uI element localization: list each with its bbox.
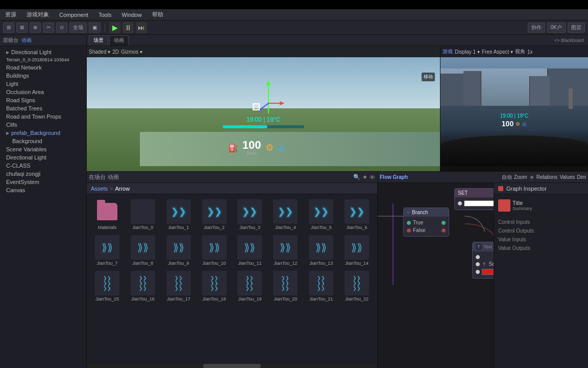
asset-eye-icon[interactable]: 👁 (370, 174, 375, 180)
stop-button[interactable]: ⏭ (136, 22, 147, 33)
tab-anim[interactable]: 动画 (109, 35, 129, 45)
gizmos-btn[interactable]: Gizmos ▾ (121, 49, 142, 55)
tool-fullscene[interactable]: 全场 (69, 22, 87, 33)
asset-tab-scene[interactable]: 在场台 (89, 173, 106, 181)
menu-tools[interactable]: Tools (96, 11, 114, 19)
asset-star-icon[interactable]: ★ (362, 174, 368, 180)
asset-item-materials[interactable]: Materials (91, 198, 124, 231)
hierarchy-item[interactable]: chufaqi zongji (0, 170, 86, 178)
tool-center[interactable]: ⊙ (56, 22, 67, 33)
asset-item-jiantou7[interactable]: ⟫⟫ JianTou_7 (91, 234, 124, 267)
flow-zoom-label[interactable]: Zoom (514, 174, 527, 180)
hierarchy-item[interactable]: ▶ Directional Light (0, 48, 86, 56)
hierarchy-item-background[interactable]: Background (0, 137, 86, 145)
hierarchy-item[interactable]: Buildings (0, 72, 86, 80)
tab-scene[interactable]: 场景 (89, 35, 108, 45)
hierarchy-item[interactable]: Clifs (0, 121, 86, 129)
menu-gameobject[interactable]: 游戏对象 (24, 10, 51, 19)
arrow-icon-sm: ❯❯ (281, 276, 289, 281)
pause-button[interactable]: ⏸ (122, 22, 134, 33)
asset-item-jiantou12[interactable]: ⟫⟫ JianTou_12 (269, 234, 302, 267)
asset-item-jiantou6[interactable]: ❯❯ JianTou_6 (340, 198, 373, 231)
asset-item-jiantou9[interactable]: ⟫⟫ JianTou_9 (162, 234, 195, 267)
asset-item-jiantou3[interactable]: ❯❯ JianTou_3 (234, 198, 266, 231)
gizmo-handles (253, 78, 284, 120)
tool-scale[interactable]: ✂ (43, 22, 54, 33)
asset-item-jiantou15[interactable]: ❯❯ ❯❯ ❯❯ JianTou_15 (91, 270, 124, 303)
flow-canvas[interactable]: SET ✎ (378, 183, 494, 368)
menu-resources[interactable]: 资源 (3, 10, 18, 19)
hierarchy-item-prefab-bg[interactable]: ▶ prefab_Background (0, 129, 86, 137)
collab-button[interactable]: 协作 (528, 22, 545, 33)
asset-item-jiantou13[interactable]: ⟫⟫ JianTou_13 (305, 234, 337, 267)
hierarchy-item[interactable]: Directional Light (0, 153, 86, 162)
breadcrumb-root[interactable]: Assets (91, 186, 108, 192)
asset-item-jiantou22[interactable]: ❯❯ ❯❯ ❯❯ JianTou_22 (340, 270, 373, 303)
display-select[interactable]: Display 1 ▾ (455, 49, 480, 55)
asset-item-jiantou19[interactable]: ❯❯ ❯❯ ❯❯ JianTou_19 (234, 270, 266, 303)
asset-item-jiantou4[interactable]: ❯❯ JianTou_4 (269, 198, 302, 231)
arrow-icon-md: ⟫⟫ (209, 241, 220, 254)
arrow-icon-sm: ❯❯ (246, 276, 254, 281)
hierarchy-item[interactable]: Batched Trees (0, 104, 86, 112)
asset-item-jiantou21[interactable]: ❯❯ ❯❯ ❯❯ JianTou_21 (305, 270, 337, 303)
asset-scrollbar[interactable] (87, 364, 377, 368)
flow-area: Flow Graph 自动 Zoom Relations Values Dim (378, 172, 588, 368)
hierarchy-item[interactable]: Canvas (0, 186, 86, 194)
viewport-area: Shaded ▾ 2D Gizmos ▾ (87, 46, 588, 171)
port-self-label: Self (489, 261, 494, 267)
asset-item-jiantou11[interactable]: ⟫⟫ JianTou_11 (234, 234, 266, 267)
hierarchy-item-occlusion[interactable]: Occlusion Area (0, 88, 86, 96)
asset-tab-anim[interactable]: 动画 (108, 173, 119, 181)
hierarchy-item[interactable]: Road Network (0, 63, 86, 72)
arrow-icon-sm: ❯❯ (246, 281, 254, 286)
hierarchy-anim-tab[interactable]: 动画 (21, 37, 32, 44)
tool-grid[interactable]: ▣ (89, 22, 101, 33)
menu-window[interactable]: Window (120, 11, 144, 19)
flow-values-label[interactable]: Values (559, 174, 575, 180)
scrollbar-thumb[interactable] (203, 364, 261, 368)
hierarchy-item-label: Clifs (6, 122, 17, 128)
asset-item-jiantou20[interactable]: ❯❯ ❯❯ ❯❯ JianTou_20 (269, 270, 302, 303)
asset-item-jiantou14[interactable]: ⟫⟫ JianTou_14 (340, 234, 373, 267)
asset-icon: ⟫⟫ (309, 235, 333, 260)
hierarchy-item[interactable]: C-CLASS (0, 162, 86, 170)
tool-move[interactable]: ⊞ (3, 22, 14, 33)
flow-node-set[interactable]: SET ✎ (454, 188, 494, 210)
asset-item-jiantou1[interactable]: ❯❯ JianTou_1 (162, 198, 195, 231)
tool-rect[interactable]: ⊠ (16, 22, 28, 33)
play-button[interactable]: ▶ (109, 22, 120, 33)
menu-help[interactable]: 帮助 (150, 10, 165, 19)
tool-rotate[interactable]: ⊕ (30, 22, 41, 33)
mode-2d[interactable]: 2D (112, 49, 119, 55)
account-button[interactable]: 0K户 (547, 22, 566, 33)
hierarchy-item[interactable]: EventSystem (0, 178, 86, 186)
flow-node-setcolor[interactable]: T Text Set Color ▷ (472, 242, 494, 279)
asset-item-jiantou0[interactable]: JianTou_0 (127, 198, 159, 231)
asset-item-jiantou16[interactable]: ❯❯ ❯❯ ❯❯ JianTou_16 (127, 270, 159, 303)
hierarchy-item[interactable]: Scene Variables (0, 145, 86, 153)
asset-item-jiantou5[interactable]: ❯❯ JianTou_5 (305, 198, 337, 231)
hierarchy-item-roadtown[interactable]: Road and Town Props (0, 112, 86, 121)
shading-dropdown[interactable]: Shaded ▾ (89, 49, 110, 55)
hierarchy-item[interactable]: Road Signs (0, 96, 86, 104)
flow-dim-label[interactable]: Dim (577, 174, 586, 180)
asset-item-jiantou18[interactable]: ❯❯ ❯❯ ❯❯ JianTou_18 (198, 270, 231, 303)
scene-viewport[interactable]: Shaded ▾ 2D Gizmos ▾ (87, 46, 440, 171)
aspect-select[interactable]: Free Aspect ▾ (482, 49, 513, 55)
asset-item-jiantou17[interactable]: ❯❯ ❯❯ ❯❯ JianTou_17 (162, 270, 195, 303)
asset-item-jiantou8[interactable]: ⟫⟫ JianTou_8 (127, 234, 159, 267)
menu-component[interactable]: Component (57, 11, 90, 19)
hierarchy-item[interactable]: Light (0, 80, 86, 88)
game-background: 19:00 | 19°C 100 ⚙ ◎ (440, 57, 588, 171)
asset-item-jiantou2[interactable]: ❯❯ JianTou_2 (198, 198, 231, 231)
flow-auto-label[interactable]: 自动 (502, 174, 512, 181)
flow-relations-label[interactable]: Relations (536, 174, 558, 180)
game-viewport[interactable]: 游戏 Display 1 ▾ Free Aspect ▾ 视角 1x (440, 46, 588, 171)
asset-item-jiantou10[interactable]: ⟫⟫ JianTou_10 (198, 234, 231, 267)
hierarchy-item[interactable]: Terrain_0_0-20180814-103644 (0, 56, 86, 63)
layer-button[interactable]: 图层 (568, 22, 585, 33)
flow-node-branch[interactable]: ⑂ Branch True (403, 208, 449, 237)
asset-search-icon[interactable]: 🔍 (353, 174, 360, 180)
port-false: False (407, 226, 446, 234)
